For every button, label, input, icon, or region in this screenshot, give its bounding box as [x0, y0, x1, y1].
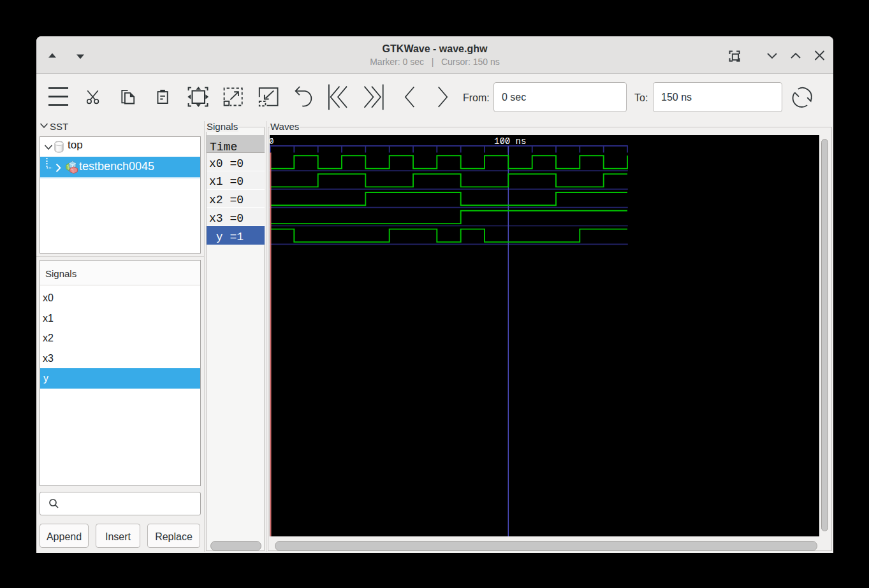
svg-text:100 ns: 100 ns — [494, 136, 526, 147]
svg-text:0: 0 — [270, 137, 274, 147]
